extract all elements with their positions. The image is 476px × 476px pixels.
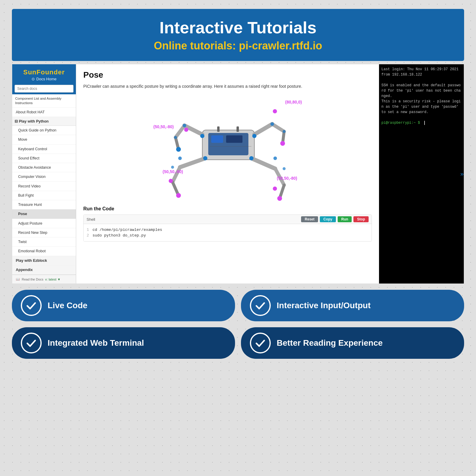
- svg-point-32: [252, 134, 256, 138]
- terminal-line-1: Last login: Thu Nov 11 06:29:37 2021: [381, 67, 461, 72]
- nav-item-record-step[interactable]: Record New Step: [12, 228, 76, 237]
- robot-image-area: (50,50,-80) (80,80,0) (50,50,-80) (50,50…: [150, 94, 305, 201]
- nav-item-vision[interactable]: Computer Vision: [12, 172, 76, 181]
- feature-label-interactive-io: Interactive Input/Output: [277, 301, 371, 310]
- feature-label-terminal: Integrated Web Terminal: [48, 338, 144, 348]
- nav-item-twist[interactable]: Twist: [12, 237, 76, 247]
- svg-line-9: [254, 124, 272, 134]
- code-line-1: 1 cd /home/pi/picrawler/examples: [84, 227, 372, 233]
- terminal-prompt: pi@raspberrypi:~ $: [381, 120, 461, 126]
- sidebar-header: SunFounder ⊙ Docs Home: [12, 64, 76, 83]
- check-icon-live-code: [26, 300, 37, 311]
- code-block: Shell Reset Copy Run Stop 1 cd /home/pi/…: [83, 214, 372, 242]
- nav-item-treasure[interactable]: Treasure Hunt: [12, 200, 76, 209]
- svg-point-22: [270, 122, 274, 126]
- feature-card-interactive-io: Interactive Input/Output: [241, 290, 464, 321]
- feature-label-reading: Better Reading Experience: [277, 338, 383, 348]
- check-circle-live-code: [21, 295, 42, 316]
- terminal-expand-arrow[interactable]: »: [460, 170, 464, 177]
- top-banner: Interactive Tutorials Online tutorials: …: [12, 9, 464, 61]
- check-circle-terminal: [21, 333, 42, 353]
- sidebar: SunFounder ⊙ Docs Home Component List an…: [12, 64, 76, 284]
- nav-item-record-video[interactable]: Record Video: [12, 182, 76, 191]
- doc-title: Pose: [83, 70, 372, 80]
- sidebar-footer: 📖 Read the Docs v: latest ▼: [12, 275, 76, 284]
- check-icon-terminal: [26, 337, 37, 349]
- nav-item-obstacle[interactable]: Obstacle Avoidance: [12, 163, 76, 172]
- svg-point-24: [273, 156, 277, 160]
- nav-item-emotional[interactable]: Emotional Robot: [12, 247, 76, 256]
- coord-label-2: (80,80,0): [285, 100, 302, 104]
- svg-line-6: [176, 126, 184, 137]
- svg-point-16: [176, 193, 181, 198]
- nav-item-adjust[interactable]: Adjust Posture: [12, 219, 76, 228]
- banner-subtitle: Online tutorials: pi-crawler.rtfd.io: [24, 40, 452, 52]
- footer-book-icon: 📖: [16, 277, 20, 281]
- banner-title: Interactive Tutorials: [24, 18, 452, 37]
- feature-label-live-code: Live Code: [48, 301, 87, 310]
- terminal-line-6: This is a security risk - please logi: [381, 99, 461, 104]
- nav-item-move[interactable]: Move: [12, 135, 76, 144]
- svg-rect-3: [226, 135, 242, 143]
- nav-item-quick-guide[interactable]: Quick Guide on Python: [12, 126, 76, 135]
- svg-point-21: [183, 124, 186, 127]
- footer-version: v: latest ▼: [45, 278, 61, 281]
- sidebar-logo: SunFounder: [15, 68, 73, 76]
- terminal-line-2: from 192.168.18.122: [381, 72, 461, 77]
- reset-button[interactable]: Reset: [301, 216, 318, 222]
- svg-point-25: [174, 136, 177, 139]
- coord-label-1: (50,50,-80): [153, 124, 173, 129]
- terminal-line-4: rd for the 'pi' user has not been cha: [381, 88, 461, 93]
- check-icon-interactive-io: [255, 300, 266, 311]
- nav-item-appendix[interactable]: Appendix: [12, 265, 76, 275]
- terminal-panel: Last login: Thu Nov 11 06:29:37 2021 fro…: [379, 64, 464, 284]
- feature-card-reading: Better Reading Experience: [241, 327, 464, 359]
- svg-point-23: [178, 156, 182, 160]
- docs-home-link[interactable]: ⊙ Docs Home: [15, 77, 73, 81]
- sidebar-search-area: [12, 83, 76, 94]
- coord-label-4: (50,50,-80): [277, 176, 297, 181]
- home-icon: ⊙: [32, 77, 35, 81]
- terminal-line-7: n as the 'pi' user and type 'passwd': [381, 104, 461, 109]
- svg-point-26: [283, 130, 286, 133]
- svg-line-17: [251, 158, 275, 169]
- doc-description: PiCrawler can assume a specific posture …: [83, 83, 372, 90]
- copy-button[interactable]: Copy: [320, 216, 336, 222]
- svg-point-34: [249, 156, 253, 160]
- check-icon-reading: [255, 337, 266, 349]
- run-button[interactable]: Run: [338, 216, 352, 222]
- terminal-line-3: SSH is enabled and the default passwo: [381, 83, 461, 88]
- nav-item-sound[interactable]: Sound Effect: [12, 154, 76, 163]
- footer-read-docs: Read the Docs: [22, 278, 43, 281]
- svg-line-10: [272, 124, 284, 131]
- search-input[interactable]: [15, 85, 73, 93]
- nav-item-ezblock[interactable]: Play with Ezblock: [12, 256, 76, 265]
- nav-item-robot-hat[interactable]: About Robot HAT: [12, 108, 76, 117]
- nav-item-assembly[interactable]: Component List and Assembly Instructions: [12, 94, 76, 108]
- doc-content: Pose PiCrawler can assume a specific pos…: [76, 64, 379, 284]
- coord-dot-1: [184, 128, 188, 132]
- coord-dot-4: [273, 187, 277, 191]
- nav-item-keyboard[interactable]: Keyboard Control: [12, 145, 76, 154]
- feature-card-live-code: Live Code: [12, 290, 235, 321]
- svg-point-27: [171, 166, 174, 169]
- nav-section-python[interactable]: ⊟ Play with Python: [12, 117, 76, 126]
- sidebar-nav: Component List and Assembly Instructions…: [12, 94, 76, 275]
- code-line-2: 2 sudo python3 do_step.py: [84, 233, 372, 238]
- shell-label: Shell: [87, 217, 299, 222]
- svg-point-31: [200, 134, 204, 138]
- terminal-line-5: nged.: [381, 93, 461, 99]
- nav-item-bull-fight[interactable]: Bull Fight: [12, 191, 76, 200]
- svg-point-8: [176, 147, 181, 152]
- svg-point-12: [280, 141, 285, 146]
- nav-item-pose[interactable]: Pose: [12, 209, 76, 219]
- svg-point-28: [283, 167, 286, 170]
- check-circle-reading: [250, 333, 271, 353]
- svg-rect-30: [237, 126, 239, 132]
- stop-button[interactable]: Stop: [353, 216, 369, 222]
- svg-rect-29: [217, 126, 220, 132]
- svg-rect-2: [211, 135, 223, 143]
- logo-highlight: Sun: [23, 68, 37, 76]
- svg-point-20: [277, 196, 282, 201]
- main-area: SunFounder ⊙ Docs Home Component List an…: [12, 64, 464, 284]
